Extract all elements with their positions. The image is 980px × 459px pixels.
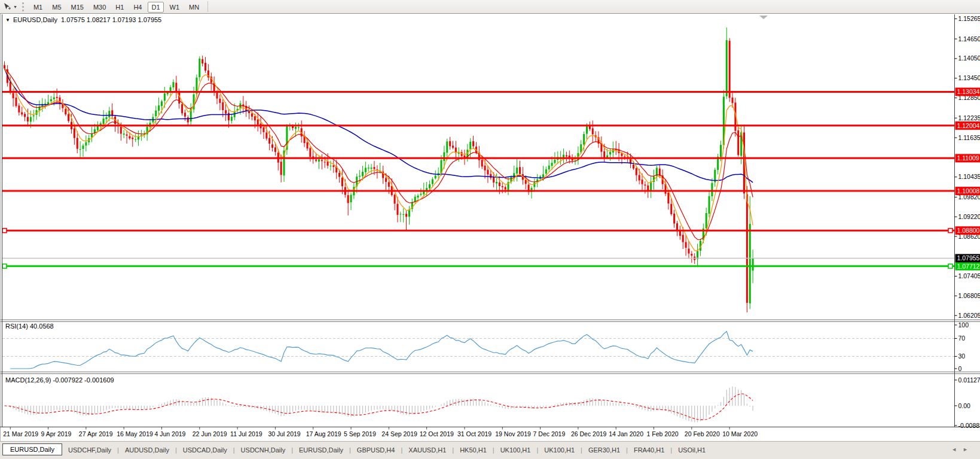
chart-tab-bar: EURUSD,DailyUSDCHF,Daily|AUDUSD,Daily|US… [0,441,980,459]
chart-ohlc: 1.07575 1.08217 1.07193 1.07955 [61,16,161,23]
x-axis-date-label: 24 Sep 2019 [381,430,417,437]
price-axis-label: 1.08800 [957,227,980,234]
toolbar-separator [207,1,208,12]
x-axis-date-label: 26 Dec 2019 [571,430,607,437]
macd-axis-label: 0.00 [958,402,971,409]
chart-tab-3[interactable]: USDCAD,Daily [177,445,233,455]
x-axis-date-label: 31 Oct 2019 [457,430,491,437]
y-axis-tick-label: 1.12235 [958,114,980,121]
tab-scroll-left-icon[interactable]: ◄ [951,446,963,452]
x-axis-date-label: 9 Apr 2019 [41,430,72,437]
macd-values: -0.007922 -0.001609 [53,376,114,384]
timeframe-button-mn[interactable]: MN [185,2,203,13]
y-axis-tick-label: 1.14650 [958,35,980,42]
price-axis-label: 1.10008 [957,187,980,194]
chart-tab-13[interactable]: USOil,H1 [672,445,712,455]
macd-indicator-label: MACD(12,26,9) -0.007922 -0.001609 [5,376,114,384]
chart-tab-12[interactable]: FRA40,H1 [628,445,670,455]
rsi-value: 40.0568 [30,323,54,330]
timeframe-button-m30[interactable]: M30 [90,2,109,13]
timeframe-button-h1[interactable]: H1 [112,2,127,13]
macd-axis-label: -0.008837 [958,422,980,429]
price-axis-label: 1.11009 [957,154,979,162]
rsi-axis-label: 30 [958,352,966,360]
x-axis-date-label: 5 Sep 2019 [344,430,376,437]
y-axis-tick-label: 1.14050 [958,54,980,62]
y-axis-tick-label: 1.10435 [958,173,980,180]
x-axis-date-label: 10 Mar 2020 [722,430,758,437]
x-axis-date-label: 17 Aug 2019 [306,430,341,437]
chart-canvas[interactable]: 1.152651.146501.140501.134501.128501.122… [0,14,980,441]
chart-tab-11[interactable]: GER30,H1 [582,445,626,455]
chart-tab-4[interactable]: USDCNH,Daily [235,445,292,455]
timeframe-button-m15[interactable]: M15 [68,2,87,13]
x-axis-date-label: 16 May 2019 [117,430,153,437]
rsi-axis-label: 0 [958,365,962,372]
x-axis-date-label: 20 Feb 2020 [685,430,720,437]
chart-symbol: EURUSD,Daily [13,16,57,23]
y-axis-tick-label: 1.06205 [958,312,980,319]
x-axis-date-label: 30 Jul 2019 [268,430,300,437]
rsi-name: RSI(14) [5,323,28,330]
x-axis-date-label: 14 Jan 2020 [609,430,643,437]
chart-tab-0[interactable]: EURUSD,Daily [2,443,62,455]
chart-title: ▼EURUSD,Daily 1.07575 1.08217 1.07193 1.… [5,16,161,23]
chart-tab-10[interactable]: UK100,H1 [538,445,581,455]
timeframe-button-m5[interactable]: M5 [48,2,65,13]
tab-scroll-right-icon[interactable]: ► [963,446,974,452]
price-axis-label: 1.13034 [957,88,980,95]
chart-tab-7[interactable]: XAUUSD,H1 [402,445,452,455]
line-handle[interactable] [948,229,952,233]
x-axis-date-label: 12 Oct 2019 [420,430,454,437]
y-axis-tick-label: 1.06805 [958,292,980,299]
timeframe-button-w1[interactable]: W1 [166,2,184,13]
x-axis-date-label: 1 Feb 2020 [647,430,679,437]
y-axis-tick-label: 1.09220 [958,213,980,220]
rsi-axis-label: 70 [958,335,966,342]
timeframe-button-m1[interactable]: M1 [30,2,46,13]
rsi-indicator-label: RSI(14) 40.0568 [5,323,54,330]
price-axis-label: 1.07955 [957,254,980,262]
chart-tabs: EURUSD,DailyUSDCHF,Daily|AUDUSD,Daily|US… [2,443,712,457]
x-axis-date-label: 4 Jun 2019 [154,430,185,437]
x-axis-date-label: 11 Jul 2019 [230,430,262,437]
chart-menu-icon[interactable]: ▼ [5,17,10,23]
chart-tab-6[interactable]: GBPUSD,H4 [351,445,401,455]
chart-tab-9[interactable]: UK100,H1 [494,445,537,455]
chart-tab-8[interactable]: HK50,H1 [454,445,493,455]
x-axis-date-label: 22 Jun 2019 [193,430,227,437]
tool-dropdown-icon[interactable]: ▼ [13,5,17,9]
chart-tab-5[interactable]: EURUSD,Daily [293,445,349,455]
price-axis-label: 1.12004 [957,122,980,129]
toolbar-grip [22,2,24,11]
macd-name: MACD(12,26,9) [5,376,51,384]
timeframe-buttons: M1M5M15M30H1H4D1W1MN [29,1,204,12]
macd-axis-label: 0.011277 [958,376,980,384]
crosshair-tool-icon[interactable] [2,2,13,11]
y-axis-tick-label: 1.13450 [958,74,980,81]
y-axis-tick-label: 1.07405 [958,272,980,279]
x-axis-date-label: 21 Mar 2019 [3,430,38,437]
line-handle[interactable] [2,229,7,233]
chart-tab-1[interactable]: USDCHF,Daily [62,445,117,455]
price-axis-label: 1.07712 [957,263,980,270]
chart-plot-area[interactable] [2,14,954,319]
tab-scroll-controls: ◄► [951,446,974,452]
timeframe-button-h4[interactable]: H4 [130,2,145,13]
chart-tab-2[interactable]: AUDUSD,Daily [119,445,175,455]
y-axis-tick-label: 1.11635 [958,134,980,141]
rsi-axis-label: 100 [958,321,969,329]
line-handle[interactable] [2,264,7,268]
timeframe-button-d1[interactable]: D1 [148,2,163,13]
top-toolbar: ▼ M1M5M15M30H1H4D1W1MN [0,0,980,14]
y-axis-tick-label: 1.15265 [958,15,980,22]
line-handle[interactable] [948,264,952,268]
x-axis-date-label: 27 Apr 2019 [79,430,113,437]
x-axis-date-label: 19 Nov 2019 [495,430,531,437]
x-axis-date-label: 7 Dec 2019 [533,430,566,437]
